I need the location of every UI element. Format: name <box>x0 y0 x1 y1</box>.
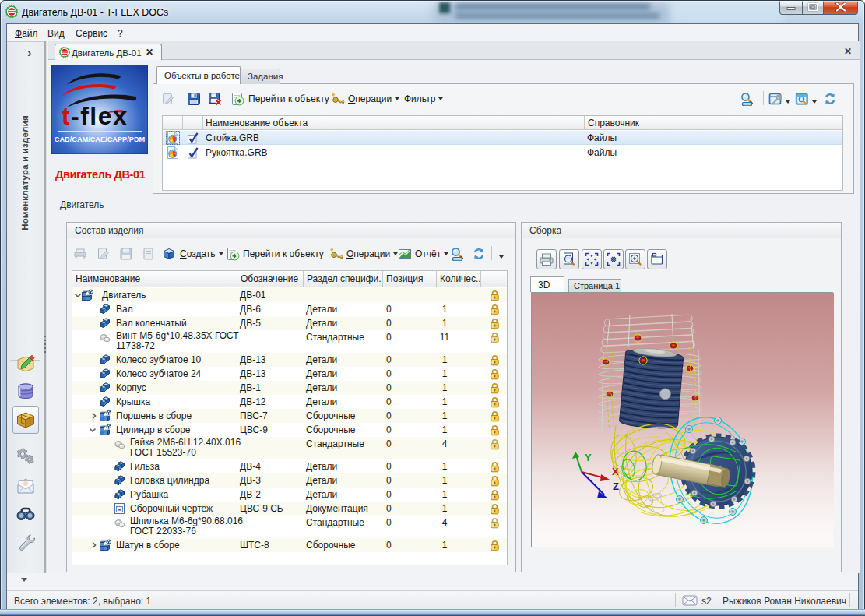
svg-text:CAD/CAM/CAE/CAPP/PDM: CAD/CAM/CAE/CAPP/PDM <box>55 136 146 143</box>
svg-text:Y: Y <box>585 452 592 463</box>
svg-text:t: t <box>62 102 70 130</box>
svg-text:-flex: -flex <box>71 102 128 130</box>
svg-text:X: X <box>612 466 619 477</box>
svg-text:Z: Z <box>613 480 619 492</box>
